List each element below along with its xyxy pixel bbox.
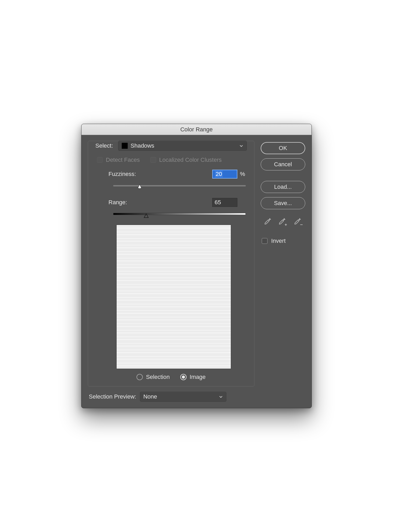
selection-preview-label: Selection Preview: xyxy=(89,393,136,400)
color-range-dialog: Color Range Select: Shadows xyxy=(81,124,312,408)
eyedropper-plus-icon xyxy=(278,217,288,226)
invert-label: Invert xyxy=(271,238,286,244)
load-button[interactable]: Load... xyxy=(261,181,305,193)
detect-faces-checkbox: Detect Faces xyxy=(97,157,140,163)
main-group: Select: Shadows Detect Faces xyxy=(88,141,254,386)
localized-clusters-label: Localized Color Clusters xyxy=(159,157,222,163)
eyedropper-minus-icon xyxy=(293,217,304,226)
chevron-down-icon xyxy=(239,144,243,148)
ok-button[interactable]: OK xyxy=(261,142,305,154)
preview-box xyxy=(116,225,231,369)
eyedropper-add-tool[interactable] xyxy=(277,217,289,227)
image-radio-label: Image xyxy=(190,374,206,380)
fuzziness-slider[interactable] xyxy=(113,183,246,189)
eyedropper-tool[interactable] xyxy=(262,217,273,227)
fuzziness-label: Fuzziness: xyxy=(108,171,136,178)
invert-checkbox[interactable]: Invert xyxy=(261,238,305,244)
selection-radio[interactable]: Selection xyxy=(137,374,170,380)
select-swatch-icon xyxy=(122,143,128,149)
select-dropdown[interactable]: Shadows xyxy=(118,141,247,151)
eyedropper-icon xyxy=(263,217,272,226)
fuzziness-input[interactable]: 20 xyxy=(212,170,237,179)
slider-thumb-icon xyxy=(137,184,142,189)
radio-off-icon xyxy=(137,374,143,380)
range-input[interactable]: 65 xyxy=(212,198,237,207)
select-label: Select: xyxy=(95,142,113,149)
detect-faces-label: Detect Faces xyxy=(106,157,140,163)
select-value: Shadows xyxy=(130,142,237,149)
preview-image xyxy=(117,225,231,369)
checkbox-icon xyxy=(97,157,103,163)
fuzziness-unit: % xyxy=(240,171,247,178)
selection-preview-value: None xyxy=(143,393,216,400)
dialog-title: Color Range xyxy=(180,126,213,133)
range-slider[interactable] xyxy=(113,211,246,217)
range-label: Range: xyxy=(108,199,127,206)
localized-clusters-checkbox: Localized Color Clusters xyxy=(150,157,222,163)
cancel-button[interactable]: Cancel xyxy=(261,158,305,170)
selection-preview-dropdown[interactable]: None xyxy=(140,392,226,402)
image-radio[interactable]: Image xyxy=(180,374,206,380)
checkbox-icon xyxy=(262,238,268,244)
titlebar: Color Range xyxy=(81,124,312,135)
eyedropper-subtract-tool[interactable] xyxy=(293,217,304,227)
radio-on-icon xyxy=(180,374,187,380)
checkbox-icon xyxy=(150,157,156,163)
selection-radio-label: Selection xyxy=(146,374,170,380)
save-button[interactable]: Save... xyxy=(261,197,305,209)
chevron-down-icon xyxy=(219,395,223,399)
slider-thumb-icon xyxy=(144,213,149,218)
